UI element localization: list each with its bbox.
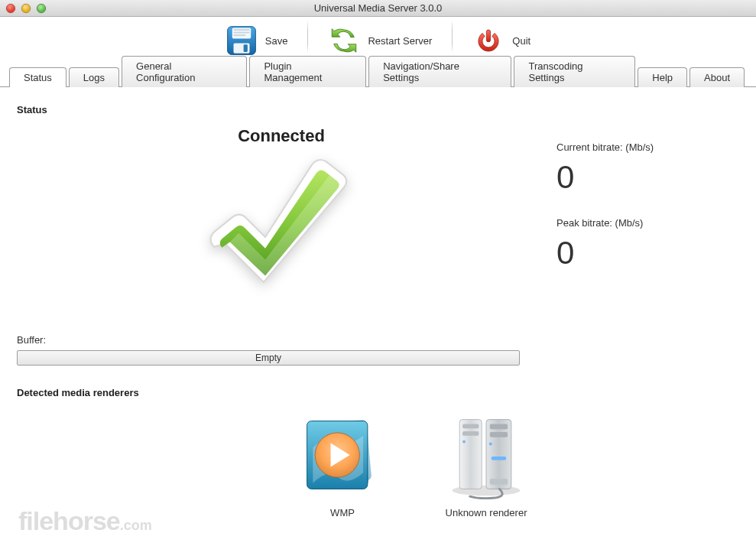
save-button-label: Save (265, 35, 288, 47)
watermark-main: filehorse (18, 506, 120, 535)
bitrate-stats: Current bitrate: (Mb/s) 0 Peak bitrate: … (549, 123, 742, 316)
svg-rect-17 (486, 420, 511, 489)
renderer-list: WMP (14, 409, 742, 518)
svg-rect-15 (462, 431, 479, 436)
tab-logs[interactable]: Logs (69, 67, 119, 87)
renderer-name: WMP (330, 507, 355, 518)
save-icon (226, 24, 258, 57)
zoom-window-button[interactable] (37, 4, 46, 13)
tab-transcoding-settings[interactable]: Transcoding Settings (514, 56, 635, 87)
wmp-icon (297, 409, 388, 501)
window-controls (6, 4, 46, 13)
tab-label: Help (652, 72, 673, 83)
svg-rect-19 (490, 432, 508, 437)
svg-rect-2 (233, 29, 249, 31)
tab-label: Plugin Management (264, 60, 352, 83)
minimize-window-button[interactable] (21, 4, 31, 13)
toolbar-separator (452, 20, 453, 54)
svg-rect-4 (233, 34, 245, 36)
save-button[interactable]: Save (215, 20, 299, 61)
status-section-title: Status (17, 104, 742, 115)
renderers-section-title: Detected media renderers (17, 387, 742, 398)
connected-checkmark-icon (201, 155, 362, 316)
server-icon (440, 409, 532, 501)
status-left: Connected (14, 123, 549, 316)
renderer-item[interactable]: Unknown renderer (433, 409, 540, 518)
tab-label: Transcoding Settings (528, 60, 621, 83)
status-panel: Status Connected Current bitrate: (Mb/s) (0, 87, 756, 526)
tab-navigation-share-settings[interactable]: Navigation/Share Settings (368, 56, 511, 87)
svg-rect-3 (233, 32, 249, 34)
current-bitrate-value: 0 (556, 159, 742, 196)
tab-plugin-management[interactable]: Plugin Management (249, 56, 366, 87)
power-icon (472, 24, 505, 57)
buffer-status-text: Empty (255, 353, 281, 363)
quit-button-label: Quit (512, 35, 530, 47)
restart-button-label: Restart Server (368, 35, 432, 47)
svg-rect-18 (490, 424, 508, 429)
tab-label: Navigation/Share Settings (383, 60, 497, 83)
svg-rect-6 (243, 44, 247, 52)
tab-label: Logs (83, 72, 105, 83)
watermark: filehorse.com (18, 506, 152, 536)
watermark-suffix: .com (120, 518, 152, 533)
tab-bar: Status Logs General Configuration Plugin… (0, 66, 756, 87)
tab-label: Status (24, 72, 52, 83)
toolbar-group: Save Restart Server (215, 20, 541, 61)
tab-help[interactable]: Help (638, 67, 687, 87)
svg-point-16 (462, 440, 466, 444)
svg-rect-20 (492, 457, 506, 460)
buffer-label: Buffer: (17, 334, 742, 346)
peak-bitrate-value: 0 (556, 235, 742, 271)
buffer-progress-bar: Empty (17, 350, 520, 366)
tab-status[interactable]: Status (9, 67, 67, 87)
restart-server-button[interactable]: Restart Server (317, 20, 443, 61)
buffer-section: Buffer: Empty (14, 334, 742, 366)
tab-about[interactable]: About (689, 67, 745, 87)
window-titlebar: Universal Media Server 3.0.0 (0, 0, 756, 17)
renderer-item[interactable]: WMP (289, 409, 396, 518)
toolbar-separator (307, 20, 308, 54)
tab-general-configuration[interactable]: General Configuration (122, 56, 247, 87)
renderer-name: Unknown renderer (446, 507, 527, 518)
refresh-icon (328, 24, 360, 57)
current-bitrate-label: Current bitrate: (Mb/s) (556, 141, 742, 153)
tab-label: About (704, 72, 730, 83)
svg-rect-14 (462, 424, 479, 428)
svg-rect-22 (490, 479, 508, 485)
status-row: Connected Current bitrate: (Mb/s) 0 Peak… (14, 123, 742, 316)
svg-rect-13 (459, 420, 482, 489)
peak-bitrate-label: Peak bitrate: (Mb/s) (556, 217, 742, 229)
close-window-button[interactable] (6, 4, 15, 13)
connection-status-label: Connected (238, 126, 325, 146)
svg-point-21 (489, 443, 492, 446)
quit-button[interactable]: Quit (462, 20, 541, 61)
tab-label: General Configuration (136, 60, 232, 83)
window-title: Universal Media Server 3.0.0 (0, 2, 756, 14)
